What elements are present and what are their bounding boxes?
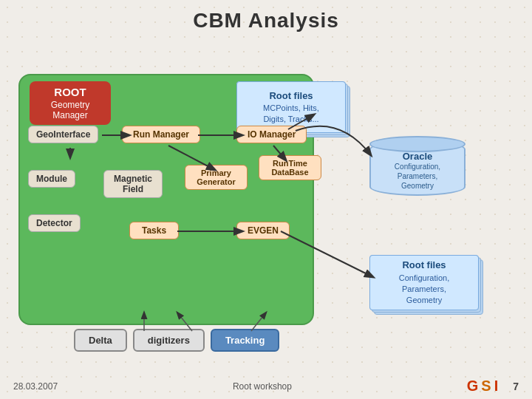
run-manager-box: Run Manager <box>122 126 200 143</box>
delta-button[interactable]: Delta <box>74 329 127 352</box>
io-manager-box: IO Manager <box>236 126 307 143</box>
tracking-button[interactable]: Tracking <box>211 329 279 352</box>
root-files-top-sub: MCPoints, Hits, Digits, Tracks... <box>263 103 319 126</box>
logo-i: I <box>494 378 499 395</box>
oracle-sub: Configuration, Parameters, Geometry <box>395 162 440 191</box>
root-files-bottom-label: Root files <box>402 259 446 272</box>
content-area: ROOT GeometryManager Root files MCPoints… <box>7 41 525 377</box>
root-geometry-box: ROOT GeometryManager <box>30 81 111 125</box>
runtime-db-box: RunTime DataBase <box>259 155 321 180</box>
logo-s: S <box>481 378 491 395</box>
root-geometry-label: GeometryManager <box>35 100 105 120</box>
page: CBM Analysis ROOT GeometryManager Root f… <box>0 0 532 399</box>
geo-interface-box: GeoInterface <box>28 126 98 143</box>
magnetic-field-box: Magnetic Field <box>103 170 163 198</box>
detector-box: Detector <box>28 214 81 232</box>
page-number: 7 <box>513 381 519 392</box>
root-files-bottom-main: Root files Configuration, Parameters, Ge… <box>369 255 479 310</box>
oracle-cylinder: Oracle Configuration, Parameters, Geomet… <box>369 140 466 196</box>
page-title: CBM Analysis <box>0 0 532 33</box>
tasks-box: Tasks <box>129 222 179 239</box>
primary-generator-box: Primary Generator <box>185 165 248 190</box>
oracle-label: Oracle <box>403 151 432 162</box>
footer-logo: G S I 7 <box>467 378 519 395</box>
root-files-bottom-sub: Configuration, Parameters, Geometry <box>399 273 450 307</box>
footer-date: 28.03.2007 <box>13 381 58 392</box>
digitizers-button[interactable]: digitizers <box>133 329 205 352</box>
module-box: Module <box>28 170 75 188</box>
root-files-top-label: Root files <box>269 89 313 103</box>
logo-g: G <box>467 378 479 395</box>
footer-workshop: Root workshop <box>233 381 292 392</box>
evgen-box: EVGEN <box>236 222 290 239</box>
oracle-box: Oracle Configuration, Parameters, Geomet… <box>369 140 466 196</box>
bottom-buttons: Delta digitizers Tracking <box>74 329 279 352</box>
footer: 28.03.2007 Root workshop G S I 7 <box>0 378 532 395</box>
root-label: ROOT <box>35 86 105 98</box>
